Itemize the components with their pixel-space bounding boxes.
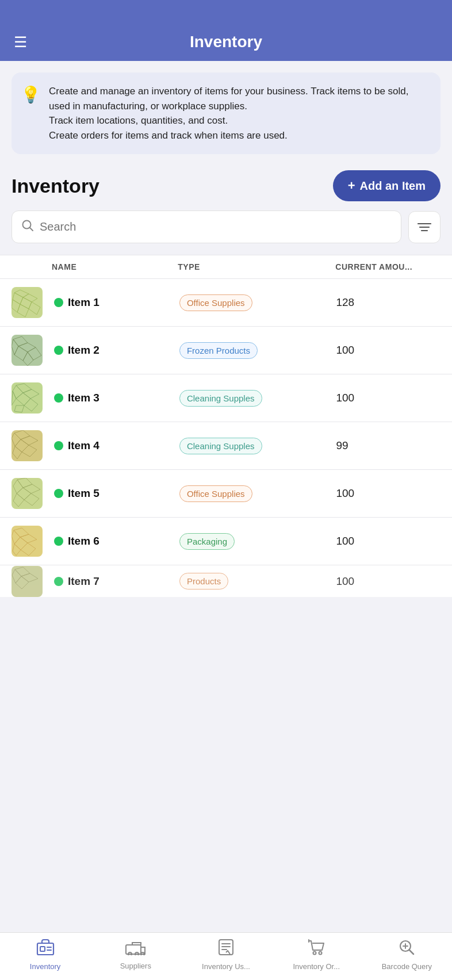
type-badge: Cleaning Supples bbox=[179, 438, 262, 454]
item-type-cell: Cleaning Supples bbox=[179, 438, 336, 454]
item-type-cell: Products bbox=[179, 573, 336, 589]
item-name: Item 5 bbox=[68, 487, 99, 500]
type-badge: Frozen Products bbox=[179, 342, 258, 359]
col-header-type: TYPE bbox=[178, 262, 335, 271]
app-header: ☰ Inventory bbox=[0, 0, 452, 61]
item-type-cell: Office Supplies bbox=[179, 294, 336, 311]
type-badge: Products bbox=[179, 573, 228, 589]
item-type-cell: Packaging bbox=[179, 533, 336, 550]
item-type-cell: Frozen Products bbox=[179, 342, 336, 359]
table-row[interactable]: Item 5 Office Supplies 100 bbox=[0, 470, 452, 518]
item-amount: 100 bbox=[336, 487, 440, 500]
item-name: Item 7 bbox=[68, 575, 99, 588]
filter-button[interactable] bbox=[408, 211, 440, 243]
table-row[interactable]: Item 6 Packaging 100 bbox=[0, 518, 452, 565]
inventory-usage-nav-icon bbox=[217, 939, 235, 960]
table-row[interactable]: Item 2 Frozen Products 100 bbox=[0, 327, 452, 374]
search-input[interactable] bbox=[40, 220, 392, 233]
item-thumbnail bbox=[12, 382, 43, 414]
status-dot bbox=[54, 346, 63, 355]
svg-rect-13 bbox=[40, 947, 45, 951]
add-button-label: Add an Item bbox=[360, 179, 426, 193]
info-text: Create and manage an inventory of items … bbox=[49, 84, 429, 143]
lightbulb-icon: 💡 bbox=[21, 85, 41, 104]
type-badge: Office Supplies bbox=[179, 485, 252, 502]
item-amount: 128 bbox=[336, 296, 440, 309]
item-thumbnail bbox=[12, 526, 43, 557]
barcode-query-nav-icon bbox=[398, 939, 415, 960]
table-row[interactable]: Item 4 Cleaning Supples 99 bbox=[0, 422, 452, 470]
inventory-orders-nav-icon bbox=[307, 939, 325, 960]
type-badge: Cleaning Supples bbox=[179, 390, 262, 407]
item-amount: 100 bbox=[336, 344, 440, 357]
svg-line-1 bbox=[30, 228, 33, 231]
item-name-cell: Item 3 bbox=[52, 392, 179, 404]
item-thumbnail bbox=[12, 430, 43, 461]
bottom-nav: Inventory Suppliers Inven bbox=[0, 932, 452, 980]
item-amount: 100 bbox=[336, 575, 440, 588]
header-title: Inventory bbox=[190, 33, 262, 51]
item-type-cell: Office Supplies bbox=[179, 485, 336, 502]
status-dot bbox=[54, 489, 63, 498]
search-row bbox=[0, 210, 452, 255]
plus-icon: + bbox=[348, 178, 355, 193]
nav-label-barcode-query: Barcode Query bbox=[382, 962, 432, 971]
nav-item-barcode-query[interactable]: Barcode Query bbox=[362, 939, 452, 971]
nav-label-inventory-orders: Inventory Or... bbox=[293, 962, 340, 971]
nav-label-inventory: Inventory bbox=[30, 962, 60, 971]
section-header: Inventory + Add an Item bbox=[0, 163, 452, 210]
inventory-nav-icon bbox=[36, 939, 55, 960]
item-amount: 100 bbox=[336, 535, 440, 548]
section-title: Inventory bbox=[12, 175, 99, 197]
table-row[interactable]: Item 3 Cleaning Supples 100 bbox=[0, 374, 452, 422]
status-dot bbox=[54, 577, 63, 586]
status-dot bbox=[54, 441, 63, 450]
type-badge: Office Supplies bbox=[179, 294, 252, 311]
status-dot bbox=[54, 298, 63, 307]
suppliers-nav-icon bbox=[125, 939, 146, 959]
item-name-cell: Item 5 bbox=[52, 487, 179, 500]
table-header: NAME TYPE CURRENT AMOU... bbox=[0, 255, 452, 279]
item-name-cell: Item 2 bbox=[52, 344, 179, 357]
item-thumbnail bbox=[12, 478, 43, 509]
nav-item-inventory-orders[interactable]: Inventory Or... bbox=[271, 939, 362, 971]
inventory-table: NAME TYPE CURRENT AMOU... bbox=[0, 255, 452, 597]
nav-item-inventory-usage[interactable]: Inventory Us... bbox=[181, 939, 271, 971]
nav-item-inventory[interactable]: Inventory bbox=[0, 939, 90, 971]
nav-item-suppliers[interactable]: Suppliers bbox=[90, 939, 181, 970]
item-name-cell: Item 7 bbox=[52, 575, 179, 588]
status-dot bbox=[54, 393, 63, 403]
add-item-button[interactable]: + Add an Item bbox=[333, 170, 440, 201]
nav-label-suppliers: Suppliers bbox=[120, 962, 151, 970]
info-box: 💡 Create and manage an inventory of item… bbox=[12, 72, 440, 154]
svg-point-25 bbox=[319, 952, 322, 955]
search-icon bbox=[21, 219, 34, 235]
col-header-amount: CURRENT AMOU... bbox=[335, 262, 440, 271]
item-name: Item 2 bbox=[68, 344, 99, 357]
item-name-cell: Item 4 bbox=[52, 439, 179, 452]
item-name-cell: Item 6 bbox=[52, 535, 179, 548]
type-badge: Packaging bbox=[179, 533, 235, 550]
item-thumbnail bbox=[12, 335, 43, 366]
status-dot bbox=[54, 537, 63, 546]
item-amount: 100 bbox=[336, 392, 440, 404]
item-thumbnail bbox=[12, 566, 43, 597]
item-name: Item 6 bbox=[68, 535, 99, 548]
item-thumbnail bbox=[12, 287, 43, 318]
item-name: Item 1 bbox=[68, 296, 99, 309]
item-name: Item 4 bbox=[68, 439, 99, 452]
item-name-cell: Item 1 bbox=[52, 296, 179, 309]
svg-rect-7 bbox=[12, 382, 43, 414]
item-type-cell: Cleaning Supples bbox=[179, 390, 336, 407]
col-header-name: NAME bbox=[52, 262, 178, 271]
table-row[interactable]: Item 1 Office Supplies 128 bbox=[0, 279, 452, 327]
menu-icon[interactable]: ☰ bbox=[14, 35, 27, 49]
table-row[interactable]: Item 7 Products 100 bbox=[0, 565, 452, 597]
item-amount: 99 bbox=[336, 439, 440, 452]
svg-rect-10 bbox=[12, 526, 43, 557]
item-name: Item 3 bbox=[68, 392, 99, 404]
search-container bbox=[12, 210, 401, 243]
svg-line-28 bbox=[409, 950, 413, 954]
svg-point-24 bbox=[313, 952, 316, 955]
nav-label-inventory-usage: Inventory Us... bbox=[202, 962, 250, 971]
